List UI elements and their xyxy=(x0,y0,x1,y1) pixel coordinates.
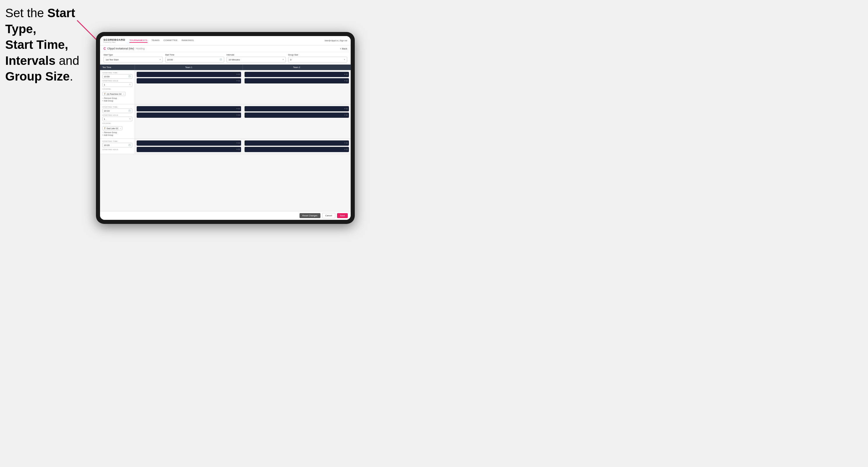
remove-player-icon[interactable]: × ⊙ xyxy=(344,148,348,151)
nav-tab-teams[interactable]: TEAMS xyxy=(152,38,160,43)
remove-player-icon[interactable]: × ⊙ xyxy=(344,114,348,116)
start-type-label: Start Type xyxy=(103,54,163,56)
remove-course-icon-1[interactable]: × xyxy=(123,93,124,95)
starting-time-label-3: STARTING TIME: xyxy=(102,141,132,142)
remove-player-icon[interactable]: × ⊙ xyxy=(237,107,240,110)
nav-tab-committee[interactable]: COMMITTEE xyxy=(163,38,177,43)
time-icon-1: 🕐 xyxy=(128,75,131,77)
remove-group-btn-2[interactable]: ○ Remove Group xyxy=(102,131,132,133)
table-row: STARTING TIME: 10:10 🕐 STARTING HOLE: 1 … xyxy=(100,104,351,139)
player-row: × ⊙ xyxy=(245,78,349,84)
col-team1: Team 1 xyxy=(135,65,243,70)
reset-changes-button[interactable]: Reset Changes xyxy=(300,213,320,218)
remove-player-icon[interactable]: × ⊙ xyxy=(237,148,240,151)
intervals-select[interactable]: 10 Minutes ▾ xyxy=(226,57,286,63)
chevron-down-icon: ▾ xyxy=(160,58,161,61)
course-label-1: COURSE: xyxy=(102,88,132,90)
starting-hole-label-1: STARTING HOLE: xyxy=(102,80,132,82)
bold-start-type: Start Type, xyxy=(5,6,75,36)
cancel-button[interactable]: Cancel xyxy=(322,213,335,218)
left-panel-2: STARTING TIME: 10:10 🕐 STARTING HOLE: 1 … xyxy=(100,104,135,138)
player-row: × ⊙ xyxy=(137,78,241,84)
team2-panel-1: × ⊙ × ⊙ xyxy=(243,70,351,104)
player-row: × ⊙ xyxy=(245,141,349,146)
remove-player-icon[interactable]: × ⊙ xyxy=(344,73,348,75)
remove-player-icon[interactable]: × ⊙ xyxy=(344,142,348,144)
bold-intervals: Intervals xyxy=(5,54,56,67)
team2-panel-2: × ⊙ × ⊙ xyxy=(243,104,351,138)
group-size-label: Group Size xyxy=(288,54,347,56)
remove-player-icon[interactable]: × ⊙ xyxy=(237,80,240,82)
team1-panel-2: × ⊙ × ⊙ xyxy=(135,104,243,138)
add-group-btn-2[interactable]: + Add Group xyxy=(102,134,132,136)
player-row: × ⊙ xyxy=(245,106,349,112)
brand-icon: C xyxy=(103,47,106,50)
course-icon-1: 🏌 xyxy=(104,93,106,95)
remove-group-btn-1[interactable]: ○ Remove Group xyxy=(102,97,132,99)
time-icon-3: 🕐 xyxy=(128,144,131,146)
bold-start-time: Start Time, xyxy=(5,38,68,52)
clock-icon: 🕐 xyxy=(220,58,222,61)
starting-hole-label-2: STARTING HOLE: xyxy=(102,114,132,116)
bold-group-size: Group Size xyxy=(5,69,70,83)
left-panel-3: STARTING TIME: 10:20 🕐 STARTING HOLE: xyxy=(100,139,135,154)
remove-course-icon-2[interactable]: × xyxy=(120,127,121,129)
footer: Reset Changes Cancel Save xyxy=(100,211,351,220)
remove-player-icon[interactable]: × ⊙ xyxy=(237,114,240,116)
remove-player-icon[interactable]: × ⊙ xyxy=(344,107,348,110)
remove-player-icon[interactable]: × ⊙ xyxy=(237,73,240,75)
course-badge-1[interactable]: 🏌 (A) Peachtree GC × xyxy=(102,92,126,96)
col-team2: Team 2 xyxy=(243,65,351,70)
player-row: × ⊙ xyxy=(137,147,241,152)
remove-player-icon[interactable]: × ⊙ xyxy=(237,142,240,144)
starting-time-value-2[interactable]: 10:10 🕐 xyxy=(102,108,132,113)
user-info: blair@clippd.io | Sign out xyxy=(325,39,347,41)
intervals-label: Intervals xyxy=(226,54,286,56)
table-row: STARTING TIME: 10:20 🕐 STARTING HOLE: × … xyxy=(100,139,351,154)
start-time-label: Start Time xyxy=(165,54,224,56)
remove-player-icon[interactable]: × ⊙ xyxy=(344,80,348,82)
chevron-down-icon-2: ▾ xyxy=(283,58,284,61)
group-size-select[interactable]: 3 ▾ xyxy=(288,57,347,63)
starting-hole-label-3: STARTING HOLE: xyxy=(102,149,132,150)
player-row: × ⊙ xyxy=(245,147,349,152)
chevron-down-icon-3: ▾ xyxy=(344,58,345,61)
player-row: × ⊙ xyxy=(137,141,241,146)
team2-panel-3: × ⊙ × ⊙ xyxy=(243,139,351,154)
time-icon-2: 🕐 xyxy=(128,110,131,112)
left-panel-1: STARTING TIME: 10:00 🕐 STARTING HOLE: 1 … xyxy=(100,70,135,104)
start-time-group: Start Time 10:00 🕐 xyxy=(165,54,224,63)
starting-hole-value-2[interactable]: 1 ⇅ xyxy=(102,117,132,121)
player-row: × ⊙ xyxy=(137,72,241,77)
logo: SCOREBOARD Powered by clippd xyxy=(103,38,125,43)
nav-tab-rankings[interactable]: RANKINGS xyxy=(182,38,194,43)
chevron-updown-icon-1: ⇅ xyxy=(129,84,131,86)
hosting-label: Hosting xyxy=(136,47,145,50)
sub-header: C Clippd Invitational (Me) Hosting < Bac… xyxy=(100,45,351,52)
add-group-btn-1[interactable]: + Add Group xyxy=(102,100,132,102)
course-icon-2: 🏌 xyxy=(104,127,106,129)
tablet-screen: SCOREBOARD Powered by clippd TOURNAMENTS… xyxy=(100,36,351,220)
course-label-2: COURSE: xyxy=(102,122,132,124)
start-time-select[interactable]: 10:00 🕐 xyxy=(165,57,224,63)
nav-tab-tournaments[interactable]: TOURNAMENTS xyxy=(129,38,148,43)
starting-time-value-3[interactable]: 10:20 🕐 xyxy=(102,143,132,148)
table-header: Tee Time Team 1 Team 2 xyxy=(100,65,351,70)
player-row: × ⊙ xyxy=(245,113,349,118)
team1-panel-1: × ⊙ × ⊙ xyxy=(135,70,243,104)
player-row: × ⊙ xyxy=(245,72,349,77)
start-type-select[interactable]: 1st Tee Start ▾ xyxy=(103,57,163,63)
col-tee-time: Tee Time xyxy=(100,65,135,70)
starting-time-value-1[interactable]: 10:00 🕐 xyxy=(102,74,132,79)
starting-hole-value-1[interactable]: 1 ⇅ xyxy=(102,82,132,87)
save-button[interactable]: Save xyxy=(337,213,348,218)
back-button[interactable]: < Back xyxy=(340,48,347,50)
group-size-group: Group Size 3 ▾ xyxy=(288,54,347,63)
course-badge-2[interactable]: 🏌 East Lake GC × xyxy=(102,126,122,130)
intervals-group: Intervals 10 Minutes ▾ xyxy=(226,54,286,63)
player-row: × ⊙ xyxy=(137,113,241,118)
controls-row: Start Type 1st Tee Start ▾ Start Time 10… xyxy=(100,52,351,65)
tournament-title: Clippd Invitational (Me) xyxy=(107,47,134,50)
start-type-group: Start Type 1st Tee Start ▾ xyxy=(103,54,163,63)
starting-time-label-2: STARTING TIME: xyxy=(102,106,132,108)
